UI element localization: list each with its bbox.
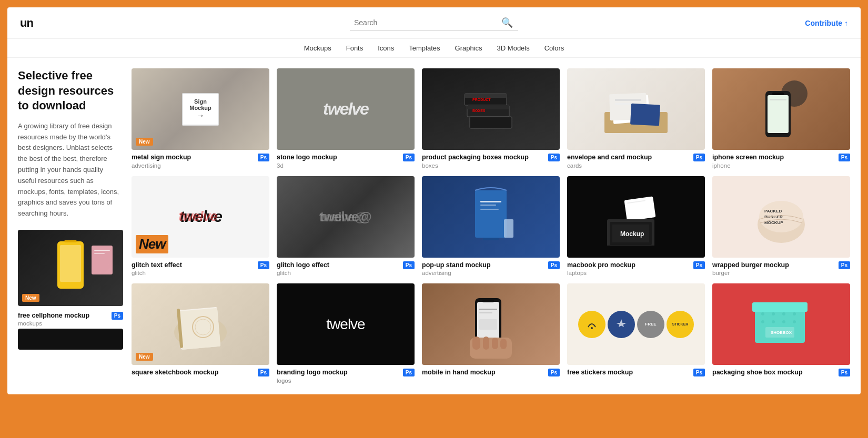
card-glitch-text[interactable]: New twelve twelve glitch text effect gli…	[132, 176, 269, 277]
card-image-glitch-logo[interactable]: twelve@ twelve@	[277, 176, 415, 258]
header: un 🔍 Contribute ↑	[7, 7, 861, 39]
card-image-popup[interactable]	[422, 176, 560, 258]
svg-rect-31	[624, 196, 655, 221]
macbook-visual: Mockup	[602, 188, 670, 246]
nav-icons[interactable]: Icons	[378, 44, 394, 52]
contribute-button[interactable]: Contribute ↑	[805, 19, 848, 27]
svg-point-63	[761, 312, 764, 315]
card-image-shoebox[interactable]: SHOEBOX	[712, 283, 850, 365]
svg-rect-57	[483, 337, 489, 350]
card-image-mobile-hand[interactable]	[422, 283, 560, 365]
card-burger[interactable]: PACKED BURGER MOCKUP wrapped burger mock…	[712, 176, 850, 277]
card-iphone[interactable]: iphone screen mockup iphone Ps	[712, 68, 850, 169]
card-tag: glitch	[277, 270, 329, 276]
card-title: free stickers mockup	[567, 368, 633, 378]
card-popup-stand[interactable]: pop-up stand mockup advertising Ps	[422, 176, 560, 277]
card-envelope[interactable]: envelope and card mockup cards Ps	[567, 68, 705, 169]
resource-grid: New Sign Mockup → metal sign mockup adve…	[132, 68, 850, 384]
nav-colors[interactable]: Colors	[544, 44, 564, 52]
card-mobile-hand[interactable]: mobile in hand mockup Ps	[422, 283, 560, 384]
svg-rect-53	[479, 312, 492, 313]
main-content: Selective free design resources to downl…	[7, 58, 861, 394]
branding-text: twelve	[326, 316, 365, 333]
svg-rect-22	[772, 93, 784, 95]
card-tag: laptops	[567, 270, 635, 276]
ps-badge: Ps	[548, 261, 560, 269]
card-packaging-boxes[interactable]: PRODUCT BOXES product packaging boxes mo…	[422, 68, 560, 169]
glitch-logo-text: twelve@ twelve@	[320, 209, 371, 225]
card-glitch-logo[interactable]: twelve@ twelve@ glitch logo effect glitc…	[277, 176, 415, 277]
sticker-2	[608, 311, 635, 338]
iphone-visual	[752, 75, 810, 144]
card-image-sketchbook[interactable]: New	[132, 283, 269, 365]
nav-fonts[interactable]: Fonts	[346, 44, 364, 52]
search-bar[interactable]: 🔍	[350, 15, 518, 31]
glitch-text: twelve twelve	[179, 208, 221, 226]
nav-templates[interactable]: Templates	[409, 44, 440, 52]
svg-rect-56	[472, 337, 480, 350]
ps-badge: Ps	[403, 261, 415, 269]
svg-rect-30	[504, 219, 513, 238]
svg-rect-59	[500, 339, 507, 349]
nav-graphics[interactable]: Graphics	[455, 44, 482, 52]
burger-visual: PACKED BURGER MOCKUP	[750, 185, 813, 248]
card-stickers[interactable]: FREE STICKER free stickers mockup Ps	[567, 283, 705, 384]
ps-badge: Ps	[258, 154, 269, 161]
card-image-iphone[interactable]	[712, 68, 850, 150]
sticker-4: STICKER	[667, 311, 694, 338]
svg-rect-71	[752, 302, 808, 312]
featured-card[interactable]: New	[18, 230, 123, 306]
nav-3dmodels[interactable]: 3D Models	[497, 44, 530, 52]
svg-rect-28	[480, 209, 499, 210]
svg-rect-52	[479, 309, 497, 310]
svg-rect-5	[94, 253, 105, 254]
card-image-boxes[interactable]: PRODUCT BOXES	[422, 68, 560, 150]
shoebox-visual: SHOEBOX	[747, 293, 815, 356]
svg-rect-23	[770, 99, 786, 100]
card-title: glitch text effect	[132, 261, 182, 270]
card-metal-sign[interactable]: New Sign Mockup → metal sign mockup adve…	[132, 68, 269, 169]
card-shoebox[interactable]: SHOEBOX packaging shoe box mockup Ps	[712, 283, 850, 384]
svg-point-66	[793, 312, 796, 315]
svg-text:PRODUCT: PRODUCT	[472, 98, 491, 101]
card-image-metal-sign[interactable]: New Sign Mockup →	[132, 68, 269, 150]
card-title: product packaging boxes mockup	[422, 153, 529, 162]
card-tag: burger	[712, 270, 789, 276]
svg-rect-4	[94, 250, 110, 251]
svg-text:Mockup: Mockup	[620, 230, 644, 238]
card-sketchbook[interactable]: New squ	[132, 283, 269, 384]
card-branding[interactable]: twelve branding logo mockup logos Ps	[277, 283, 415, 384]
svg-rect-1	[60, 245, 81, 282]
new-badge: New	[136, 353, 153, 361]
card-macbook[interactable]: Mockup macbook pro mockup laptops Ps	[567, 176, 705, 277]
card-image-macbook[interactable]: Mockup	[567, 176, 705, 258]
card-image-stone-logo[interactable]: twelve	[277, 68, 415, 150]
card-title: branding logo mockup	[277, 368, 348, 378]
card-image-stickers[interactable]: FREE STICKER	[567, 283, 705, 365]
card-stone-logo[interactable]: twelve stone logo mockup 3d Ps	[277, 68, 415, 169]
ps-badge: Ps	[839, 154, 850, 161]
sketchbook-visual	[169, 293, 232, 356]
card-image-glitch-text[interactable]: New twelve twelve	[132, 176, 269, 258]
featured-card-tag: mockups	[18, 320, 89, 327]
new-badge: New	[136, 235, 168, 253]
sidebar: Selective free design resources to downl…	[18, 68, 123, 384]
search-input[interactable]	[354, 18, 501, 27]
ps-badge: Ps	[693, 369, 705, 376]
card-image-envelope[interactable]	[567, 68, 705, 150]
sticker-1	[578, 311, 605, 338]
ps-badge: Ps	[548, 369, 560, 376]
svg-point-65	[782, 312, 785, 315]
new-badge: New	[22, 294, 39, 302]
card-image-burger[interactable]: PACKED BURGER MOCKUP	[712, 176, 850, 258]
nav-mockups[interactable]: Mockups	[304, 44, 331, 52]
sidebar-bottom-strip	[18, 329, 123, 350]
ps-badge: Ps	[258, 261, 269, 269]
svg-rect-29	[483, 238, 499, 240]
svg-point-64	[772, 312, 775, 315]
svg-text:SHOEBOX: SHOEBOX	[771, 330, 792, 335]
card-image-branding[interactable]: twelve	[277, 283, 415, 365]
card-overlay	[92, 246, 113, 274]
card-title: macbook pro mockup	[567, 261, 635, 270]
card-tag: iphone	[712, 162, 784, 169]
